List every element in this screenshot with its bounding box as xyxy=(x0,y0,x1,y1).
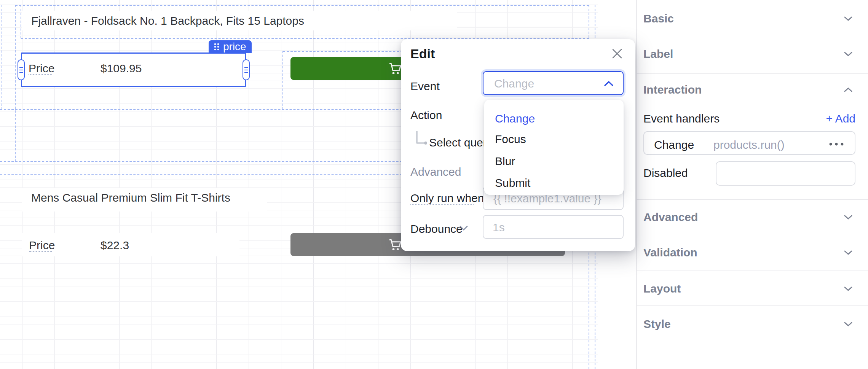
ellipsis-icon[interactable] xyxy=(829,143,844,146)
chevron-down-icon[interactable] xyxy=(844,51,853,57)
section-layout[interactable]: Layout xyxy=(643,282,681,295)
section-label[interactable]: Label xyxy=(643,48,673,60)
widget-name-tag[interactable]: price xyxy=(209,40,252,53)
modal-advanced-section: Advanced xyxy=(410,165,461,178)
event-handlers-label: Event handlers xyxy=(643,112,720,125)
close-icon[interactable] xyxy=(611,48,623,59)
chevron-down-icon[interactable] xyxy=(844,250,853,256)
menu-item-change[interactable]: Change xyxy=(495,112,535,125)
handler-event: Change xyxy=(654,138,694,151)
chevron-up-icon[interactable] xyxy=(844,87,853,93)
menu-item-submit[interactable]: Submit xyxy=(495,177,530,189)
section-divider xyxy=(636,270,868,270)
action-field-label: Action xyxy=(410,109,442,122)
drag-dots-icon xyxy=(214,43,219,51)
product-title: Mens Casual Premium Slim Fit T-Shirts xyxy=(31,191,230,204)
resize-handle-right[interactable] xyxy=(243,59,250,80)
label-dotted-underline xyxy=(29,74,52,75)
debounce-label[interactable]: Debounce xyxy=(410,223,463,235)
event-options-menu: Change Focus Blur Submit xyxy=(484,100,624,195)
price-field-label: Price xyxy=(29,239,55,252)
cart-icon xyxy=(388,238,402,252)
chevron-down-icon[interactable] xyxy=(459,225,468,231)
handler-action: products.run() xyxy=(713,138,785,151)
only-run-when-label: Only run when xyxy=(410,192,484,205)
label-dotted-underline xyxy=(29,251,52,252)
section-divider xyxy=(636,199,868,200)
tree-branch-icon xyxy=(416,131,428,148)
event-select-value: Change xyxy=(494,77,534,90)
price-field-label: Price xyxy=(29,62,54,75)
menu-item-focus[interactable]: Focus xyxy=(495,133,526,146)
section-divider xyxy=(636,235,868,235)
selection-outline xyxy=(21,5,21,38)
chevron-down-icon[interactable] xyxy=(844,286,853,292)
section-interaction[interactable]: Interaction xyxy=(643,83,702,96)
section-style[interactable]: Style xyxy=(643,318,671,331)
chevron-up-icon xyxy=(604,80,614,87)
disabled-label: Disabled xyxy=(643,167,688,180)
label-dotted-underline xyxy=(410,204,474,205)
debounce-input[interactable]: 1s xyxy=(483,215,624,239)
product-title: Fjallraven - Foldsack No. 1 Backpack, Fi… xyxy=(31,14,304,27)
debounce-placeholder: 1s xyxy=(493,221,505,234)
selection-outline xyxy=(15,5,589,6)
event-field-label: Event xyxy=(410,80,440,93)
cart-icon xyxy=(388,62,402,76)
chevron-down-icon[interactable] xyxy=(844,214,853,220)
section-advanced[interactable]: Advanced xyxy=(643,211,698,224)
menu-item-blur[interactable]: Blur xyxy=(495,155,515,168)
event-select[interactable]: Change xyxy=(483,71,624,95)
price-field-value[interactable]: $109.95 xyxy=(101,62,142,75)
chevron-down-icon[interactable] xyxy=(844,16,853,22)
section-validation[interactable]: Validation xyxy=(643,246,697,259)
widget-name-label: price xyxy=(223,41,246,53)
section-divider xyxy=(636,36,868,36)
section-basic[interactable]: Basic xyxy=(643,12,674,25)
section-divider xyxy=(636,305,868,306)
selection-outline xyxy=(2,5,2,110)
price-field-value[interactable]: $22.3 xyxy=(101,239,129,252)
modal-title: Edit xyxy=(410,46,435,61)
selection-outline xyxy=(15,5,16,162)
retool-editor: Fjallraven - Foldsack No. 1 Backpack, Fi… xyxy=(0,0,868,369)
selection-outline xyxy=(21,38,589,39)
add-event-handler-button[interactable]: + Add xyxy=(826,112,855,125)
resize-handle-left[interactable] xyxy=(18,59,25,80)
selection-outline xyxy=(282,51,283,110)
event-handler-row[interactable]: Change products.run() xyxy=(643,131,855,155)
disabled-input[interactable] xyxy=(716,161,855,186)
query-select[interactable]: Select query xyxy=(429,136,493,149)
chevron-down-icon[interactable] xyxy=(844,321,853,327)
section-divider xyxy=(636,73,868,74)
